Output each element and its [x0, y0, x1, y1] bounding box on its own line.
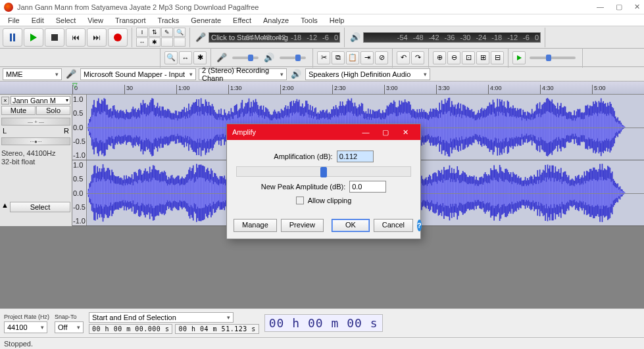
- tool-extra-1[interactable]: [161, 37, 173, 47]
- timeline-ruler[interactable]: ▽ 0 30 1:00 1:30 2:00 2:30 3:00 3:30 4:0…: [0, 81, 644, 95]
- track-select-button[interactable]: Select: [10, 202, 70, 212]
- cut-icon[interactable]: ✂: [317, 51, 330, 64]
- manage-button[interactable]: Manage: [234, 219, 277, 232]
- play-device-combo[interactable]: Speakers (High Definition Audio: [305, 68, 430, 80]
- envelope-tool-icon[interactable]: ⇅: [149, 28, 161, 37]
- preview-button[interactable]: Preview: [281, 219, 324, 232]
- stop-button[interactable]: [45, 28, 64, 47]
- menu-tools[interactable]: Tools: [295, 16, 323, 25]
- ok-button[interactable]: OK: [332, 219, 370, 232]
- menubar: File Edit Select View Transport Tracks G…: [0, 14, 644, 26]
- audio-position-display[interactable]: 00 h 00 m 00 s: [264, 314, 383, 332]
- recording-meter[interactable]: Click to Start Monitoring -54 -48 -42 -1…: [209, 32, 340, 43]
- zoom-out-icon[interactable]: ↔: [179, 51, 192, 64]
- play-speed-slider[interactable]: [530, 57, 576, 59]
- cancel-button[interactable]: Cancel: [374, 219, 413, 232]
- trim-icon[interactable]: ⇥: [360, 51, 374, 64]
- peak-amplitude-label: New Peak Amplitude (dB):: [261, 183, 345, 191]
- dialog-title: Amplify: [232, 128, 256, 136]
- amplify-dialog: Amplify — ▢ ✕ Amplification (dB): New Pe…: [226, 124, 421, 239]
- fit-icon[interactable]: ✱: [193, 51, 207, 64]
- mic-icon: 🎤: [195, 32, 206, 42]
- redo-icon[interactable]: ↷: [411, 51, 424, 64]
- collapse-icon[interactable]: ▲: [1, 201, 9, 209]
- play-at-speed-button[interactable]: [512, 51, 526, 64]
- zoom-toggle-button[interactable]: ⊟: [491, 51, 504, 64]
- status-text: Stopped.: [4, 340, 33, 348]
- minimize-button[interactable]: —: [597, 3, 604, 11]
- status-bar: Stopped.: [0, 337, 644, 349]
- dialog-maximize-button[interactable]: ▢: [376, 128, 395, 137]
- rec-device-combo[interactable]: Microsoft Sound Mapper - Input: [80, 68, 196, 80]
- menu-select[interactable]: Select: [51, 16, 82, 25]
- zoom-in-icon[interactable]: 🔍: [164, 51, 178, 64]
- rec-volume-slider[interactable]: [232, 57, 259, 59]
- selection-mode-combo[interactable]: Start and End of Selection: [89, 312, 234, 323]
- selection-tool-icon[interactable]: I: [136, 28, 148, 37]
- zoom-out-button[interactable]: ⊖: [447, 51, 460, 64]
- menu-analyze[interactable]: Analyze: [258, 16, 294, 25]
- amplification-input[interactable]: [337, 151, 374, 162]
- tool-extra-2[interactable]: [174, 37, 186, 47]
- pause-button[interactable]: [3, 28, 22, 47]
- amplification-label: Amplification (dB):: [274, 152, 332, 160]
- track-control-panel: × Jann Gann M Mute Solo — + — LR ···●···…: [0, 95, 72, 226]
- play-button[interactable]: [24, 28, 43, 47]
- skip-end-button[interactable]: ⏭: [87, 28, 107, 47]
- audio-host-combo[interactable]: MME: [3, 68, 62, 80]
- track-close-button[interactable]: ×: [1, 97, 9, 105]
- multi-tool-icon[interactable]: ✱: [149, 37, 161, 47]
- zoom-in-button[interactable]: ⊕: [433, 51, 446, 64]
- mute-button[interactable]: Mute: [1, 106, 36, 115]
- dialog-close-button[interactable]: ✕: [395, 128, 415, 137]
- peak-amplitude-input[interactable]: [349, 181, 386, 193]
- menu-help[interactable]: Help: [324, 16, 350, 25]
- copy-icon[interactable]: ⧉: [332, 51, 345, 64]
- menu-transport[interactable]: Transport: [110, 16, 151, 25]
- skip-start-button[interactable]: ⏮: [66, 28, 86, 47]
- amplification-slider[interactable]: [236, 166, 411, 177]
- gain-slider[interactable]: — + —: [1, 118, 70, 126]
- menu-effect[interactable]: Effect: [228, 16, 257, 25]
- zoom-sel-button[interactable]: ⊡: [462, 51, 475, 64]
- menu-file[interactable]: File: [3, 16, 25, 25]
- timeshift-tool-icon[interactable]: ↔: [136, 37, 148, 47]
- rec-channels-combo[interactable]: 2 (Stereo) Recording Chann: [199, 68, 287, 80]
- project-rate-combo[interactable]: 44100: [4, 321, 47, 333]
- snap-combo[interactable]: Off: [55, 321, 84, 333]
- selection-end-field[interactable]: 00 h 04 m 51.123 s: [175, 324, 259, 334]
- playhead-icon[interactable]: ▽: [72, 81, 78, 89]
- vscale-left: 1.00.50.0-0.5-1.0: [72, 95, 87, 160]
- zoom-fit-button[interactable]: ⊞: [476, 51, 489, 64]
- maximize-button[interactable]: ▢: [616, 3, 622, 11]
- solo-button[interactable]: Solo: [36, 106, 70, 115]
- selection-start-field[interactable]: 00 h 00 m 00.000 s: [89, 324, 172, 334]
- dialog-minimize-button[interactable]: —: [356, 128, 376, 136]
- draw-tool-icon[interactable]: ✎: [161, 28, 173, 37]
- help-icon[interactable]: ?: [417, 220, 422, 231]
- play-device-icon: 🔊: [291, 69, 301, 79]
- device-toolbar: MME 🎤 Microsoft Sound Mapper - Input 2 (…: [0, 67, 644, 81]
- mic-vol-icon: 🎤: [216, 53, 227, 62]
- zoom-tool-icon[interactable]: 🔍: [174, 28, 186, 37]
- pan-slider[interactable]: ···●···: [1, 137, 70, 145]
- speaker-icon: 🔊: [350, 32, 360, 42]
- play-volume-slider[interactable]: [280, 57, 306, 59]
- dialog-titlebar[interactable]: Amplify — ▢ ✕: [227, 124, 420, 140]
- silence-icon[interactable]: ⊘: [375, 51, 388, 64]
- track-format-label: Stereo, 44100Hz: [1, 149, 70, 158]
- edit-toolbar: 🔍 ↔ ✱ 🎤 🔊 ✂ ⧉ 📋 ⇥ ⊘ ↶ ↷ ⊕ ⊖ ⊡ ⊞ ⊟: [0, 49, 644, 67]
- close-button[interactable]: ✕: [634, 3, 640, 11]
- menu-view[interactable]: View: [82, 16, 109, 25]
- menu-generate[interactable]: Generate: [186, 16, 226, 25]
- record-button[interactable]: [108, 28, 128, 47]
- paste-icon[interactable]: 📋: [346, 51, 359, 64]
- menu-edit[interactable]: Edit: [26, 16, 49, 25]
- playback-meter[interactable]: -54 -48 -42 -36 -30 -24 -18 -12 -6 0: [363, 32, 541, 43]
- undo-icon[interactable]: ↶: [397, 51, 410, 64]
- allow-clipping-checkbox[interactable]: [296, 197, 304, 204]
- transport-toolbar: ⏮ ⏭ I ⇅ ✎ 🔍 ↔ ✱ 🎤 Click to Start Monitor…: [0, 26, 644, 49]
- play-vol-icon: 🔊: [264, 53, 274, 62]
- menu-tracks[interactable]: Tracks: [153, 16, 185, 25]
- track-name-combo[interactable]: Jann Gann M: [11, 96, 70, 105]
